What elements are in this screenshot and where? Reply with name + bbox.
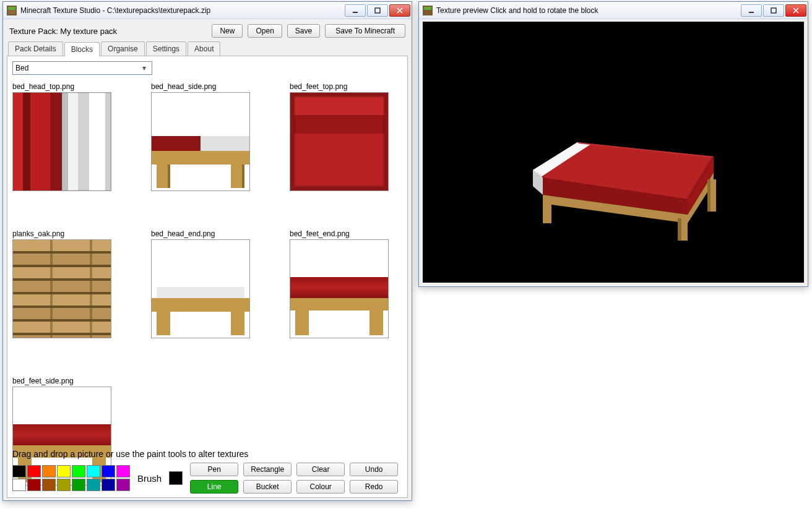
undo-button[interactable]: Undo	[350, 463, 398, 476]
color-swatch[interactable]	[12, 479, 26, 491]
main-client: Texture Pack: My texture pack New Open S…	[7, 22, 408, 497]
texture-item[interactable]: bed_feet_top.png	[290, 82, 389, 191]
color-swatch[interactable]	[72, 465, 85, 477]
color-swatch[interactable]	[57, 465, 71, 477]
texture-item[interactable]: bed_head_end.png	[151, 229, 250, 338]
color-swatch[interactable]	[27, 479, 41, 491]
texture-item[interactable]: planks_oak.png	[12, 229, 111, 338]
svg-rect-4	[375, 8, 380, 13]
svg-rect-10	[771, 8, 776, 13]
texture-label: bed_head_end.png	[151, 229, 250, 238]
color-swatch[interactable]	[72, 479, 85, 491]
texture-item[interactable]: bed_head_side.png	[151, 82, 250, 191]
texture-label: planks_oak.png	[12, 229, 111, 238]
color-swatch[interactable]	[102, 479, 115, 491]
texture-preview[interactable]	[290, 239, 389, 338]
toolbar: Texture Pack: My texture pack New Open S…	[7, 22, 408, 41]
blocks-tabpage: Bed ▾ bed_head_top.png bed_head_side.png…	[7, 56, 408, 498]
main-window-title: Minecraft Texture Studio - C:\texturepac…	[20, 6, 343, 15]
block-selector[interactable]: Bed ▾	[12, 61, 152, 75]
open-button[interactable]: Open	[248, 24, 282, 38]
minimize-button[interactable]	[741, 4, 762, 17]
svg-rect-8	[424, 7, 431, 10]
app-icon	[423, 6, 433, 15]
preview-titlebar[interactable]: Texture preview Click and hold to rotate…	[419, 2, 808, 19]
clear-tool-button[interactable]: Clear	[296, 463, 345, 476]
svg-rect-2	[8, 10, 15, 14]
svg-rect-23	[543, 201, 551, 223]
tab-pack-details[interactable]: Pack Details	[8, 41, 63, 56]
tab-blocks[interactable]: Blocks	[64, 42, 100, 56]
minimize-button[interactable]	[345, 4, 366, 17]
rectangle-tool-button[interactable]: Rectangle	[243, 463, 292, 476]
texture-label: bed_feet_side.png	[12, 377, 111, 385]
svg-rect-26	[707, 179, 710, 212]
color-palette	[12, 465, 130, 491]
color-swatch[interactable]	[87, 479, 100, 491]
paint-footer: Drag and drop a picture or use the paint…	[12, 449, 402, 494]
preview-viewport[interactable]	[423, 22, 804, 283]
texture-grid: bed_head_top.png bed_head_side.png bed_f…	[12, 82, 402, 485]
pen-tool-button[interactable]: Pen	[190, 463, 238, 476]
save-to-minecraft-button[interactable]: Save To Minecraft	[325, 24, 405, 38]
color-swatch[interactable]	[42, 479, 56, 491]
texture-preview[interactable]	[12, 239, 111, 338]
color-swatch[interactable]	[27, 465, 41, 477]
color-swatch[interactable]	[42, 465, 56, 477]
main-titlebar[interactable]: Minecraft Texture Studio - C:\texturepac…	[3, 2, 412, 19]
texture-item[interactable]: bed_feet_end.png	[290, 229, 389, 338]
texture-label: bed_feet_end.png	[290, 229, 389, 238]
texture-label: bed_head_side.png	[151, 82, 250, 91]
maximize-button[interactable]	[763, 4, 784, 17]
colour-tool-button[interactable]: Colour	[296, 480, 345, 494]
texture-label: bed_head_top.png	[12, 82, 111, 91]
bed-3d-render	[522, 108, 732, 244]
texture-item[interactable]: bed_head_top.png	[12, 82, 111, 191]
block-selector-value: Bed	[15, 64, 139, 72]
hint-text: Drag and drop a picture or use the paint…	[12, 449, 402, 459]
preview-window: Texture preview Click and hold to rotate…	[418, 1, 808, 287]
close-button[interactable]	[389, 4, 410, 17]
close-button[interactable]	[785, 4, 806, 17]
bucket-tool-button[interactable]: Bucket	[243, 480, 292, 494]
tab-settings[interactable]: Settings	[146, 41, 186, 56]
color-swatch[interactable]	[116, 465, 130, 477]
tab-strip: Pack Details Blocks Organise Settings Ab…	[7, 41, 408, 56]
tool-buttons: Pen Rectangle Clear Undo Line Bucket Col…	[190, 463, 398, 494]
preview-window-title: Texture preview Click and hold to rotate…	[436, 6, 740, 15]
color-swatch[interactable]	[116, 479, 130, 491]
texture-preview[interactable]	[151, 239, 250, 338]
svg-rect-1	[8, 7, 15, 10]
main-window: Minecraft Texture Studio - C:\texturepac…	[2, 1, 412, 501]
tab-about[interactable]: About	[188, 41, 220, 56]
tab-organise[interactable]: Organise	[101, 41, 145, 56]
app-icon	[7, 6, 17, 15]
texture-preview[interactable]	[12, 92, 111, 191]
svg-rect-25	[678, 218, 681, 241]
color-swatch[interactable]	[12, 465, 26, 477]
maximize-button[interactable]	[367, 4, 388, 17]
color-swatch[interactable]	[57, 479, 71, 491]
color-swatch[interactable]	[102, 465, 115, 477]
color-swatch[interactable]	[87, 465, 100, 477]
texture-preview[interactable]	[290, 92, 389, 191]
redo-button[interactable]: Redo	[350, 480, 398, 494]
save-button[interactable]: Save	[287, 24, 320, 38]
line-tool-button[interactable]: Line	[190, 480, 238, 494]
texture-label: bed_feet_top.png	[290, 82, 389, 91]
brush-color-swatch[interactable]	[169, 471, 183, 485]
texture-preview[interactable]	[151, 92, 250, 191]
new-button[interactable]: New	[212, 24, 243, 38]
chevron-down-icon: ▾	[139, 64, 149, 72]
texture-pack-label: Texture Pack: My texture pack	[9, 27, 117, 36]
brush-label: Brush	[137, 473, 162, 484]
